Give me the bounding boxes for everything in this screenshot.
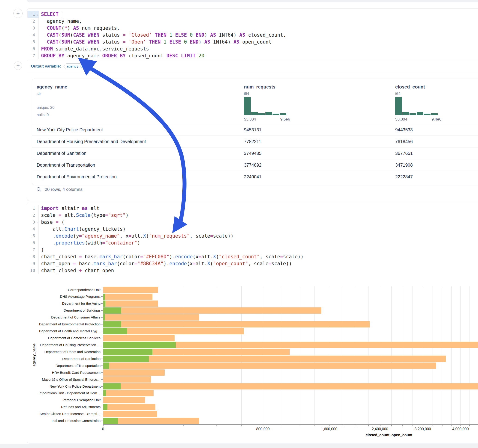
open-count-bar[interactable] xyxy=(103,383,121,389)
closed-count-bar[interactable] xyxy=(103,383,478,389)
y-tick xyxy=(101,296,103,297)
table-row[interactable]: Department of Sanitation37494853677651 xyxy=(32,147,478,159)
y-tick xyxy=(101,372,103,373)
y-tick xyxy=(101,317,103,317)
add-block-button-top[interactable]: + xyxy=(13,9,23,18)
x-tick-label: 0 xyxy=(102,427,104,431)
closed-count-bar[interactable] xyxy=(103,287,158,293)
gridline xyxy=(452,286,452,424)
closed-count-bar[interactable] xyxy=(103,376,151,383)
gridline xyxy=(380,286,380,424)
open-count-bar[interactable] xyxy=(103,321,121,328)
open-count-bar[interactable] xyxy=(103,404,107,410)
x-tick xyxy=(469,425,470,426)
y-tick xyxy=(101,421,103,421)
x-tick xyxy=(299,425,299,426)
column-header-closed-count[interactable]: closed_count i64 xyxy=(395,84,425,96)
code-line: 5 CAST(SUM(CASE WHEN status = 'Open' THE… xyxy=(27,38,478,45)
table-row[interactable]: Department of Environmental Protection22… xyxy=(32,171,478,182)
table-row[interactable]: New York City Police Department945313194… xyxy=(32,124,478,136)
y-axis-label: Department of Parks and Recreation xyxy=(27,350,101,354)
column-header-num-requests[interactable]: num_requests i64 xyxy=(244,84,276,96)
closed-count-bar[interactable] xyxy=(103,404,155,410)
output-variable-pill[interactable]: agency_tickets xyxy=(64,63,93,69)
closed-count-bar[interactable] xyxy=(103,411,157,417)
line-number: 5 xyxy=(27,38,39,45)
closed-count-histogram xyxy=(395,97,438,115)
closed-count-bar[interactable] xyxy=(103,307,321,314)
add-block-button-output[interactable]: + xyxy=(14,62,22,70)
open-count-bar[interactable] xyxy=(103,418,118,424)
table-row[interactable]: Department of Housing Preservation and D… xyxy=(32,136,478,147)
sql-code-editor[interactable]: 1vSELECT 2 agency_name,3 COUNT(*) AS num… xyxy=(27,11,478,59)
histogram-bar xyxy=(424,114,430,115)
table-cell: 7618456 xyxy=(395,139,413,144)
table-cell: Department of Environmental Protection xyxy=(37,174,117,180)
table-cell: 9453131 xyxy=(244,127,262,132)
open-count-bar[interactable] xyxy=(103,362,109,369)
y-axis-label: Department of Buildings xyxy=(27,308,101,313)
closed-count-bar[interactable] xyxy=(103,390,154,396)
y-tick xyxy=(101,345,103,345)
gridline xyxy=(413,286,413,424)
dataframe-footer: 20 rows, 4 columns xyxy=(37,187,82,192)
open-count-bar[interactable] xyxy=(103,349,152,355)
code-text: SELECT xyxy=(39,11,62,18)
closed-count-bar[interactable] xyxy=(103,321,370,328)
closed-count-bar[interactable] xyxy=(103,294,152,300)
y-axis-label: Department of Consumer Affairs xyxy=(27,315,101,320)
y-axis-label: Department for the Aging xyxy=(27,301,101,306)
closed-count-bar[interactable] xyxy=(103,362,436,369)
open-count-bar[interactable] xyxy=(103,294,105,300)
y-tick xyxy=(101,303,103,304)
closed-count-bar[interactable] xyxy=(103,397,145,403)
table-row[interactable]: Department of Transportation377489234719… xyxy=(32,159,478,171)
y-axis-label: Department of Environmental Protection xyxy=(27,322,101,327)
gridline xyxy=(402,286,402,424)
y-tick xyxy=(101,352,103,352)
x-tick-label: 800,000 xyxy=(256,427,270,431)
x-tick xyxy=(103,425,104,426)
closed-count-bar[interactable] xyxy=(103,314,199,321)
gridline xyxy=(423,286,423,424)
code-text: CAST(SUM(CASE WHEN status = 'Closed' THE… xyxy=(39,31,286,38)
y-tick xyxy=(101,393,103,393)
y-axis-label: Correspondence Unit xyxy=(27,288,101,292)
closed-count-bar[interactable] xyxy=(103,356,446,362)
gridline xyxy=(299,286,299,424)
open-count-bar[interactable] xyxy=(103,328,127,334)
y-axis-label: Senior Citizen Rent Increase Exempti… xyxy=(27,412,101,416)
gridline xyxy=(282,286,282,424)
code-text: GROUP BY agency_name ORDER BY closed_cou… xyxy=(39,52,204,59)
open-count-bar[interactable] xyxy=(103,314,105,321)
closed-count-bar[interactable] xyxy=(103,369,165,376)
y-axis-label: Mayorâ€ s Office of Special Enforce… xyxy=(27,377,101,382)
y-tick xyxy=(101,379,103,380)
num-requests-histogram-labels: 53,304 9.5e6 xyxy=(244,117,290,122)
output-variable-row: Output variable: agency_tickets xyxy=(27,61,478,72)
table-cell: 2240041 xyxy=(244,174,262,180)
open-count-bar[interactable] xyxy=(103,390,106,396)
search-icon[interactable] xyxy=(37,187,42,192)
y-axis-label: Department of Sanitation xyxy=(27,356,101,361)
x-tick xyxy=(460,425,461,426)
x-tick xyxy=(241,425,242,426)
histogram-bar xyxy=(409,113,416,115)
histogram-bar xyxy=(273,114,279,115)
dataframe-preview: agency_name str unique: 20 nulls: 0 num_… xyxy=(32,79,478,185)
closed-count-histogram-labels: 53,304 9.4e6 xyxy=(395,117,441,122)
open-count-bar[interactable] xyxy=(103,342,176,348)
histogram-bar xyxy=(258,113,265,115)
previous-cell-edge xyxy=(27,0,478,2)
histogram-bar xyxy=(265,112,272,115)
closed-count-bar[interactable] xyxy=(103,335,175,341)
open-count-bar[interactable] xyxy=(103,356,149,362)
y-axis-label: Operations Unit - Department of Hom… xyxy=(27,391,101,395)
open-count-bar[interactable] xyxy=(103,307,121,314)
fold-chevron-icon[interactable]: v xyxy=(37,11,38,18)
closed-count-bar[interactable] xyxy=(103,300,158,307)
gridline xyxy=(442,286,442,424)
column-header-agency-name[interactable]: agency_name str xyxy=(37,84,67,96)
y-axis-label: Taxi and Limousine Commission xyxy=(27,418,101,423)
open-count-bar[interactable] xyxy=(103,300,105,307)
